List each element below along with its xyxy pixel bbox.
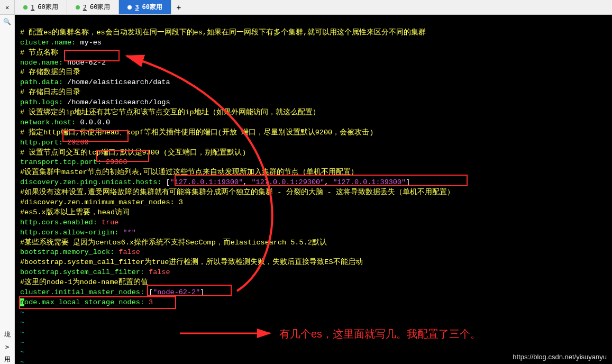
comment: #设置集群中master节点的初始列表,可以通过这些节点来自动发现新加入集群的节… bbox=[20, 168, 358, 176]
vim-tilde: ~ bbox=[20, 358, 24, 364]
bracket: [ bbox=[144, 288, 153, 296]
tab-bar: ✕ 1 60家用 2 60家用 3 60家用 + bbox=[0, 0, 612, 15]
vim-tilde: ~ bbox=[20, 348, 24, 356]
tab-label: 60家用 bbox=[38, 3, 58, 12]
key: cluster.name: bbox=[20, 39, 76, 47]
tab-num: 3 bbox=[135, 4, 139, 11]
bracket: ] bbox=[406, 178, 410, 186]
comment: #es5.x版本以上需要，head访问 bbox=[20, 208, 130, 216]
key: cluster.initial_master_nodes: bbox=[20, 288, 144, 296]
comment: # 存储日志的目录 bbox=[20, 88, 80, 96]
value: 0.0.0.0 bbox=[76, 119, 110, 126]
watermark: https://blog.csdn.net/yisuyanyu bbox=[513, 353, 607, 361]
key: transport.tcp.port: bbox=[20, 158, 102, 166]
vim-tilde: ~ bbox=[20, 319, 24, 326]
cursor-char: n bbox=[20, 298, 24, 306]
value: false bbox=[144, 268, 170, 276]
close-all-tabs[interactable]: ✕ bbox=[0, 0, 15, 14]
vim-tilde: ~ bbox=[20, 329, 24, 336]
value: "*" bbox=[118, 229, 135, 236]
key: discovery.zen.ping.unicast.hosts: bbox=[20, 178, 161, 186]
tab-label: 60家用 bbox=[90, 3, 110, 12]
comment: # 指定http端口,你使用head、kopf等相关插件使用的端口(开放 端口，… bbox=[20, 129, 373, 136]
tab-label: 60家用 bbox=[142, 3, 162, 12]
key: http.port: bbox=[20, 139, 63, 147]
tab-1[interactable]: 1 60家用 bbox=[15, 0, 67, 14]
value-max-nodes: 3 bbox=[144, 298, 153, 306]
status-dot-icon bbox=[23, 5, 28, 10]
bracket: ] bbox=[200, 288, 204, 296]
comment: # 存储数据的目录 bbox=[20, 68, 80, 76]
value: my-es bbox=[76, 39, 102, 47]
bracket: [ bbox=[161, 178, 170, 186]
key: path.logs: bbox=[20, 98, 63, 106]
status-dot-icon bbox=[127, 5, 132, 10]
key: bootstrap.system_call_filter: bbox=[20, 268, 144, 276]
value-tcp-port: 29300 bbox=[102, 158, 127, 166]
host2: "127.0.0.1:29300" bbox=[251, 178, 324, 186]
value: /home/elasticsearch/data bbox=[63, 78, 170, 86]
annotation-text: 有几个es，这里面就写几。我配置了三个。 bbox=[279, 327, 481, 341]
env-icon[interactable]: 境 bbox=[4, 330, 11, 339]
key: network.host: bbox=[20, 119, 76, 126]
expand-icon[interactable]: > bbox=[5, 343, 9, 351]
comment: #如果没有这种设置,遭受网络故障的集群就有可能将集群分成两个独立的集群 - 分裂… bbox=[20, 188, 454, 196]
comment: #某些系统需要 是因为centos6.x操作系统不支持SecComp，而elas… bbox=[20, 239, 327, 247]
value: false bbox=[114, 248, 140, 256]
comment: #bootstrap.system_call_filter为true进行检测，所… bbox=[20, 258, 363, 266]
value-http-port: 29200 bbox=[63, 139, 89, 147]
sep: , bbox=[324, 178, 333, 186]
status-dot-icon bbox=[76, 5, 80, 10]
you-icon[interactable]: 用 bbox=[4, 355, 11, 364]
key: path.data: bbox=[20, 78, 63, 86]
search-icon[interactable]: 🔍 bbox=[3, 18, 11, 25]
terminal-content[interactable]: # 配置es的集群名称，es会自动发现在同一网段下的es,如果在同一网段下有多个… bbox=[15, 15, 612, 364]
value: /home/elasticsearch/logs bbox=[63, 98, 170, 106]
comment: # 设置节点间交互的tcp端口,默认是9300 (交互端口，别配置默认) bbox=[20, 149, 246, 157]
tab-num: 2 bbox=[83, 4, 87, 11]
vim-tilde: ~ bbox=[20, 308, 24, 316]
comment: # 节点名称 bbox=[20, 49, 58, 57]
new-tab-button[interactable]: + bbox=[171, 3, 186, 12]
comment: #这里的node-1为node-name配置的值 bbox=[20, 278, 148, 286]
value: true bbox=[97, 219, 119, 226]
key: bootstrap.memory_lock: bbox=[20, 248, 114, 256]
sep: , bbox=[243, 178, 251, 186]
sidebar-left: 🔍 境 > 用 bbox=[0, 15, 15, 364]
key: http.cors.enabled: bbox=[20, 219, 97, 226]
key: http.cors.allow-origin: bbox=[20, 229, 118, 236]
tab-num: 1 bbox=[31, 4, 34, 11]
vim-tilde: ~ bbox=[20, 339, 24, 347]
key: node.name: bbox=[20, 59, 63, 67]
key: ode.max_local_storage_nodes: bbox=[24, 298, 144, 306]
host1: "127.0.0.1:19300" bbox=[170, 178, 243, 186]
comment: # 设置绑定的ip地址还有其它节点和该节点交互的ip地址（如果外网能访问，就这么… bbox=[20, 108, 320, 116]
tab-3-active[interactable]: 3 60家用 bbox=[119, 0, 171, 14]
host3: "127.0.0.1:39300" bbox=[333, 178, 406, 186]
comment: # 配置es的集群名称，es会自动发现在同一网段下的es,如果在同一网段下有多个… bbox=[20, 29, 426, 37]
value-node-name: node-62-2 bbox=[63, 59, 106, 67]
comment: #discovery.zen.minimum_master_nodes: 3 bbox=[20, 198, 183, 206]
tab-2[interactable]: 2 60家用 bbox=[67, 0, 120, 14]
master-node: "node-62-2" bbox=[153, 288, 200, 296]
